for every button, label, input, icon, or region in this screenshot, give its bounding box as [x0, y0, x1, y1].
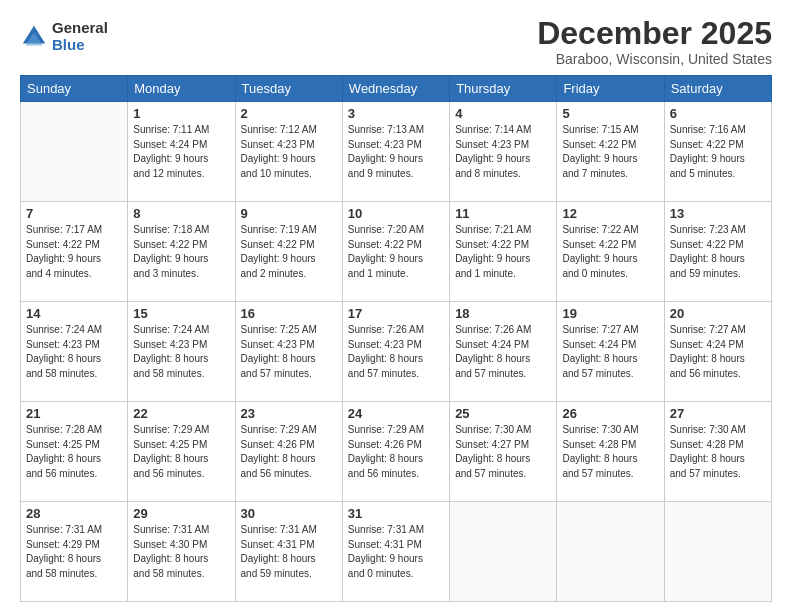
day-info: Sunrise: 7:31 AM Sunset: 4:29 PM Dayligh…	[26, 523, 122, 581]
day-number: 19	[562, 306, 658, 321]
calendar-cell: 25Sunrise: 7:30 AM Sunset: 4:27 PM Dayli…	[450, 402, 557, 502]
day-info: Sunrise: 7:30 AM Sunset: 4:27 PM Dayligh…	[455, 423, 551, 481]
day-info: Sunrise: 7:18 AM Sunset: 4:22 PM Dayligh…	[133, 223, 229, 281]
day-number: 28	[26, 506, 122, 521]
calendar-cell	[21, 102, 128, 202]
logo: General Blue	[20, 20, 108, 53]
day-info: Sunrise: 7:15 AM Sunset: 4:22 PM Dayligh…	[562, 123, 658, 181]
day-number: 15	[133, 306, 229, 321]
day-number: 2	[241, 106, 337, 121]
day-info: Sunrise: 7:27 AM Sunset: 4:24 PM Dayligh…	[670, 323, 766, 381]
day-info: Sunrise: 7:27 AM Sunset: 4:24 PM Dayligh…	[562, 323, 658, 381]
calendar-cell: 16Sunrise: 7:25 AM Sunset: 4:23 PM Dayli…	[235, 302, 342, 402]
day-info: Sunrise: 7:16 AM Sunset: 4:22 PM Dayligh…	[670, 123, 766, 181]
day-info: Sunrise: 7:29 AM Sunset: 4:26 PM Dayligh…	[348, 423, 444, 481]
calendar-cell: 19Sunrise: 7:27 AM Sunset: 4:24 PM Dayli…	[557, 302, 664, 402]
day-number: 14	[26, 306, 122, 321]
calendar-cell: 17Sunrise: 7:26 AM Sunset: 4:23 PM Dayli…	[342, 302, 449, 402]
calendar-cell: 24Sunrise: 7:29 AM Sunset: 4:26 PM Dayli…	[342, 402, 449, 502]
day-number: 24	[348, 406, 444, 421]
day-number: 27	[670, 406, 766, 421]
day-info: Sunrise: 7:26 AM Sunset: 4:24 PM Dayligh…	[455, 323, 551, 381]
location: Baraboo, Wisconsin, United States	[537, 51, 772, 67]
day-header-friday: Friday	[557, 76, 664, 102]
calendar-cell: 23Sunrise: 7:29 AM Sunset: 4:26 PM Dayli…	[235, 402, 342, 502]
calendar-cell	[450, 502, 557, 602]
day-header-thursday: Thursday	[450, 76, 557, 102]
day-header-sunday: Sunday	[21, 76, 128, 102]
day-info: Sunrise: 7:31 AM Sunset: 4:31 PM Dayligh…	[241, 523, 337, 581]
day-header-saturday: Saturday	[664, 76, 771, 102]
calendar-week-row: 1Sunrise: 7:11 AM Sunset: 4:24 PM Daylig…	[21, 102, 772, 202]
day-header-tuesday: Tuesday	[235, 76, 342, 102]
title-area: December 2025 Baraboo, Wisconsin, United…	[537, 16, 772, 67]
calendar-cell: 29Sunrise: 7:31 AM Sunset: 4:30 PM Dayli…	[128, 502, 235, 602]
calendar-cell: 22Sunrise: 7:29 AM Sunset: 4:25 PM Dayli…	[128, 402, 235, 502]
day-info: Sunrise: 7:29 AM Sunset: 4:26 PM Dayligh…	[241, 423, 337, 481]
calendar-cell: 7Sunrise: 7:17 AM Sunset: 4:22 PM Daylig…	[21, 202, 128, 302]
day-info: Sunrise: 7:24 AM Sunset: 4:23 PM Dayligh…	[26, 323, 122, 381]
day-info: Sunrise: 7:29 AM Sunset: 4:25 PM Dayligh…	[133, 423, 229, 481]
day-number: 1	[133, 106, 229, 121]
calendar-cell: 28Sunrise: 7:31 AM Sunset: 4:29 PM Dayli…	[21, 502, 128, 602]
logo-general: General	[52, 20, 108, 37]
day-info: Sunrise: 7:21 AM Sunset: 4:22 PM Dayligh…	[455, 223, 551, 281]
day-info: Sunrise: 7:30 AM Sunset: 4:28 PM Dayligh…	[670, 423, 766, 481]
calendar-cell: 8Sunrise: 7:18 AM Sunset: 4:22 PM Daylig…	[128, 202, 235, 302]
logo-icon	[20, 23, 48, 51]
logo-blue: Blue	[52, 37, 108, 54]
day-number: 31	[348, 506, 444, 521]
calendar-cell: 27Sunrise: 7:30 AM Sunset: 4:28 PM Dayli…	[664, 402, 771, 502]
calendar-cell: 1Sunrise: 7:11 AM Sunset: 4:24 PM Daylig…	[128, 102, 235, 202]
day-number: 22	[133, 406, 229, 421]
day-number: 29	[133, 506, 229, 521]
calendar-cell: 31Sunrise: 7:31 AM Sunset: 4:31 PM Dayli…	[342, 502, 449, 602]
calendar-week-row: 7Sunrise: 7:17 AM Sunset: 4:22 PM Daylig…	[21, 202, 772, 302]
calendar-cell	[664, 502, 771, 602]
calendar-cell: 13Sunrise: 7:23 AM Sunset: 4:22 PM Dayli…	[664, 202, 771, 302]
day-number: 9	[241, 206, 337, 221]
day-number: 23	[241, 406, 337, 421]
day-number: 10	[348, 206, 444, 221]
day-number: 7	[26, 206, 122, 221]
day-info: Sunrise: 7:30 AM Sunset: 4:28 PM Dayligh…	[562, 423, 658, 481]
day-number: 5	[562, 106, 658, 121]
calendar-table: SundayMondayTuesdayWednesdayThursdayFrid…	[20, 75, 772, 602]
calendar-cell: 3Sunrise: 7:13 AM Sunset: 4:23 PM Daylig…	[342, 102, 449, 202]
calendar-week-row: 28Sunrise: 7:31 AM Sunset: 4:29 PM Dayli…	[21, 502, 772, 602]
calendar-cell: 4Sunrise: 7:14 AM Sunset: 4:23 PM Daylig…	[450, 102, 557, 202]
day-info: Sunrise: 7:22 AM Sunset: 4:22 PM Dayligh…	[562, 223, 658, 281]
day-number: 16	[241, 306, 337, 321]
day-info: Sunrise: 7:31 AM Sunset: 4:30 PM Dayligh…	[133, 523, 229, 581]
day-number: 6	[670, 106, 766, 121]
logo-text: General Blue	[52, 20, 108, 53]
day-number: 17	[348, 306, 444, 321]
day-header-wednesday: Wednesday	[342, 76, 449, 102]
calendar-cell: 15Sunrise: 7:24 AM Sunset: 4:23 PM Dayli…	[128, 302, 235, 402]
day-info: Sunrise: 7:26 AM Sunset: 4:23 PM Dayligh…	[348, 323, 444, 381]
day-header-monday: Monday	[128, 76, 235, 102]
day-info: Sunrise: 7:24 AM Sunset: 4:23 PM Dayligh…	[133, 323, 229, 381]
calendar-week-row: 21Sunrise: 7:28 AM Sunset: 4:25 PM Dayli…	[21, 402, 772, 502]
calendar-cell: 18Sunrise: 7:26 AM Sunset: 4:24 PM Dayli…	[450, 302, 557, 402]
calendar-week-row: 14Sunrise: 7:24 AM Sunset: 4:23 PM Dayli…	[21, 302, 772, 402]
day-info: Sunrise: 7:17 AM Sunset: 4:22 PM Dayligh…	[26, 223, 122, 281]
day-number: 25	[455, 406, 551, 421]
day-info: Sunrise: 7:25 AM Sunset: 4:23 PM Dayligh…	[241, 323, 337, 381]
day-info: Sunrise: 7:19 AM Sunset: 4:22 PM Dayligh…	[241, 223, 337, 281]
day-info: Sunrise: 7:31 AM Sunset: 4:31 PM Dayligh…	[348, 523, 444, 581]
calendar-cell: 6Sunrise: 7:16 AM Sunset: 4:22 PM Daylig…	[664, 102, 771, 202]
day-info: Sunrise: 7:14 AM Sunset: 4:23 PM Dayligh…	[455, 123, 551, 181]
calendar-cell: 5Sunrise: 7:15 AM Sunset: 4:22 PM Daylig…	[557, 102, 664, 202]
calendar-cell: 14Sunrise: 7:24 AM Sunset: 4:23 PM Dayli…	[21, 302, 128, 402]
page: General Blue December 2025 Baraboo, Wisc…	[0, 0, 792, 612]
day-number: 3	[348, 106, 444, 121]
calendar-cell: 26Sunrise: 7:30 AM Sunset: 4:28 PM Dayli…	[557, 402, 664, 502]
day-info: Sunrise: 7:20 AM Sunset: 4:22 PM Dayligh…	[348, 223, 444, 281]
calendar-cell: 20Sunrise: 7:27 AM Sunset: 4:24 PM Dayli…	[664, 302, 771, 402]
day-number: 20	[670, 306, 766, 321]
day-number: 12	[562, 206, 658, 221]
day-number: 8	[133, 206, 229, 221]
calendar-cell: 2Sunrise: 7:12 AM Sunset: 4:23 PM Daylig…	[235, 102, 342, 202]
day-number: 4	[455, 106, 551, 121]
